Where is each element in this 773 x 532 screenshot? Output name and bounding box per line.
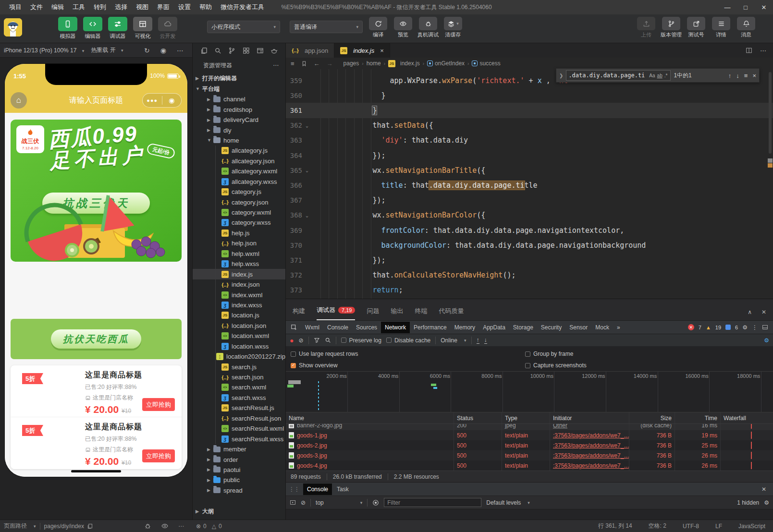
menu-item-工具[interactable]: 工具: [68, 0, 89, 14]
mode-button-layout[interactable]: 可视化: [132, 17, 154, 40]
devtools-tab-Security[interactable]: Security: [537, 322, 565, 333]
exit-target-icon[interactable]: ◉: [162, 97, 182, 104]
source-control-icon[interactable]: [228, 47, 235, 54]
promo-banner[interactable]: 战三伏 7.12-8.20 西瓜0.99 足不出户 元起/份 抗战三伏天: [11, 120, 182, 262]
console-levels-select[interactable]: Default levels▾: [486, 499, 530, 506]
cursor-position[interactable]: 行 361, 列 14: [594, 522, 636, 530]
clear-icon[interactable]: ⊘: [298, 337, 303, 344]
statusbar-problems[interactable]: ⊗0 △0: [196, 523, 222, 530]
devtools-tab-Wxml[interactable]: Wxml: [301, 322, 323, 333]
drawer-tab-Console[interactable]: Console: [303, 484, 332, 495]
file-item-category.wxml[interactable]: <>category.wxml: [193, 207, 285, 218]
close-drawer-icon[interactable]: ✕: [761, 486, 770, 493]
search-icon[interactable]: [325, 337, 331, 343]
editor-more-icon[interactable]: ⋯: [760, 47, 766, 54]
devtools-tab-Network[interactable]: Network: [381, 322, 410, 333]
hot-reload-toggle[interactable]: 热重载 开 ▾: [91, 46, 123, 54]
folder-item-deliveryCard[interactable]: ▶deliveryCard: [193, 115, 285, 125]
initiator-link[interactable]: :37563/pages/addons/we7_…: [553, 442, 629, 449]
option-use-large-request-rows[interactable]: Use large request rows: [291, 351, 525, 357]
throttling-select[interactable]: Online▾: [441, 337, 466, 344]
editor-scrollbar[interactable]: [767, 69, 773, 299]
regex-toggle[interactable]: .*: [663, 73, 669, 78]
close-panel-icon[interactable]: ✕: [761, 309, 766, 315]
folder-item-home[interactable]: ▼home: [193, 135, 285, 145]
import-har-icon[interactable]: ↑: [477, 337, 479, 344]
drawer-handle-icon[interactable]: ⋮⋮: [289, 486, 299, 493]
code-editor[interactable]: 359 app.WxParse.wxParse('richtext.' + x …: [286, 69, 773, 299]
expand-replace-icon[interactable]: ❯: [559, 73, 563, 78]
panel-layout-icon[interactable]: [257, 47, 264, 54]
split-editor-icon[interactable]: [746, 47, 752, 54]
devtools-tab-Sources[interactable]: Sources: [352, 322, 381, 333]
network-row-banner-2-logo.jpg[interactable]: banner-2-logo.jpg200jpegOther(disk cache…: [286, 424, 773, 430]
explorer-icon[interactable]: [200, 47, 208, 54]
file-item-searchResult.wxml[interactable]: <>searchResult.wxml: [193, 423, 285, 434]
network-row-goods-4.jpg[interactable]: goods-4.jpg500text/plain:37563/pages/add…: [286, 460, 773, 471]
devtools-tab-Sensor[interactable]: Sensor: [565, 322, 591, 333]
code-line-362[interactable]: 362⌄ that.setData({: [286, 118, 773, 133]
devtools-settings-icon[interactable]: ⚙: [742, 324, 748, 331]
file-item-index.wxss[interactable]: ʒindex.wxss: [193, 300, 285, 310]
console-eye-icon[interactable]: [372, 499, 379, 506]
file-item-category.json[interactable]: {..}category.json: [193, 197, 285, 207]
file-item-index.js[interactable]: JSindex.js: [193, 269, 285, 279]
file-item-search.wxml[interactable]: <>search.wxml: [193, 382, 285, 392]
devtools-tab-AppData[interactable]: AppData: [479, 322, 509, 333]
network-overview-timeline[interactable]: 2000 ms4000 ms6000 ms8000 ms10000 ms1200…: [286, 371, 773, 412]
option-show-overview[interactable]: Show overview: [291, 362, 525, 369]
column-header-type[interactable]: Type: [502, 412, 550, 423]
column-header-name[interactable]: Name: [286, 412, 454, 423]
console-context-select[interactable]: top▾: [316, 499, 362, 506]
drawer-tab-Task[interactable]: Task: [333, 484, 353, 495]
compile-select[interactable]: 普通编译▾: [290, 21, 363, 33]
export-har-icon[interactable]: ↓: [484, 337, 487, 344]
statusbar-eye-icon[interactable]: [161, 522, 169, 530]
folder-item-member[interactable]: ▶member: [193, 444, 285, 454]
console-sidebar-icon[interactable]: [290, 499, 296, 506]
close-button[interactable]: ✕: [755, 0, 773, 14]
panel-tab-终端[interactable]: 终端: [415, 307, 427, 320]
console-settings-icon[interactable]: ⚙: [764, 499, 769, 506]
collapse-panel-icon[interactable]: ∧: [748, 309, 752, 315]
network-row-goods-3.jpg[interactable]: goods-3.jpg500text/plain:37563/pages/add…: [286, 450, 773, 460]
devtools-tab-Memory[interactable]: Memory: [451, 322, 479, 333]
minimize-button[interactable]: —: [718, 0, 736, 14]
folder-item-creditshop[interactable]: ▶creditshop: [193, 104, 285, 114]
folder-item-order[interactable]: ▶order: [193, 454, 285, 464]
file-item-search.json[interactable]: {..}search.json: [193, 372, 285, 382]
file-item-help.js[interactable]: JShelp.js: [193, 228, 285, 238]
file-item-location20201227.zip[interactable]: ⋮location20201227.zip: [193, 351, 285, 362]
scrollbar-thumb[interactable]: [769, 72, 772, 154]
search-icon[interactable]: [214, 47, 221, 54]
devtools-more-icon[interactable]: ⋮: [752, 324, 758, 331]
find-in-selection-icon[interactable]: ≡: [744, 72, 748, 79]
devtools-tab-Mock[interactable]: Mock: [591, 322, 613, 333]
inspect-element-icon[interactable]: [291, 324, 297, 331]
record-icon[interactable]: ●: [290, 337, 294, 344]
file-item-category.wxss[interactable]: ʒcategory.wxss: [193, 218, 285, 228]
breadcrumb-item-index.js[interactable]: JSindex.js: [388, 60, 420, 67]
language-mode[interactable]: JavaScript: [735, 523, 769, 530]
more-menu-icon[interactable]: ●●●: [143, 97, 162, 103]
tab-app-json[interactable]: {..} app.json: [286, 43, 334, 58]
file-item-index.wxml[interactable]: <>index.wxml: [193, 290, 285, 300]
action-button-eye[interactable]: 预览: [391, 17, 415, 38]
extensions-icon[interactable]: [243, 47, 250, 54]
code-line-370[interactable]: 370 backgroundColor: that.data.diy.data.…: [286, 238, 773, 253]
file-item-search.wxss[interactable]: ʒsearch.wxss: [193, 393, 285, 403]
open-editors-section[interactable]: ▶ 打开的编辑器: [193, 73, 285, 84]
clear-console-icon[interactable]: ⊘: [301, 499, 306, 506]
menu-item-界面[interactable]: 界面: [153, 0, 174, 14]
dock-side-icon[interactable]: [762, 324, 768, 330]
code-line-371[interactable]: 371 });: [286, 253, 773, 267]
disable-cache-checkbox[interactable]: Disable cache: [386, 337, 430, 344]
mode-button-sliders[interactable]: 调试器: [107, 17, 129, 40]
preserve-log-checkbox[interactable]: Preserve log: [341, 337, 381, 344]
find-previous-icon[interactable]: ↑: [728, 72, 732, 79]
close-tab-icon[interactable]: ×: [380, 47, 384, 54]
column-header-size[interactable]: Size: [629, 412, 675, 423]
outline-list-icon[interactable]: ≡: [291, 60, 294, 67]
mode-button-cloud[interactable]: 云开发: [157, 17, 179, 40]
folder-item-spread[interactable]: ▶spread: [193, 485, 285, 496]
